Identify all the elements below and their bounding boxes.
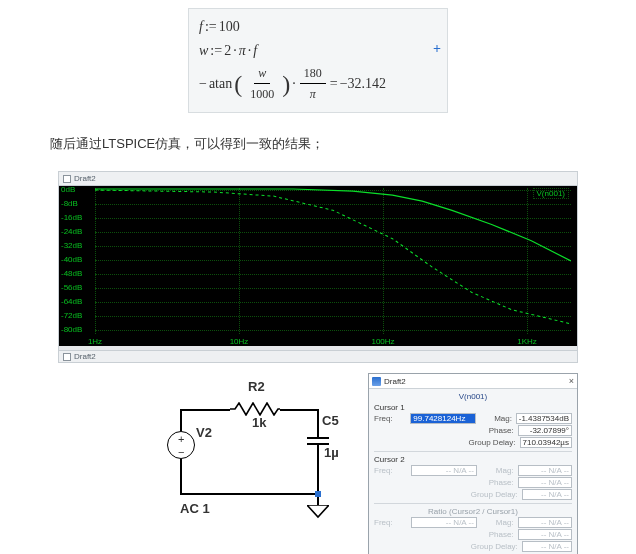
schematic-canvas[interactable]: R2 1k C5 1µ V2 <box>140 373 350 543</box>
capacitor-name: C5 <box>322 413 339 428</box>
ratio-mag-field: -- N/A -- <box>518 517 572 528</box>
schematic-window-title: Draft2 <box>74 352 96 361</box>
cursor-window: Draft2 × V(n001) Cursor 1 Freq: 99.74281… <box>368 373 578 554</box>
cursor1-phase-field[interactable]: -32.07899° <box>518 425 572 436</box>
cursor-label-phase: Phase: <box>477 426 518 435</box>
cursor-label-mag: Mag: <box>476 414 516 423</box>
schematic-window-icon <box>63 353 71 361</box>
capacitor-value: 1µ <box>324 445 339 460</box>
cursor-window-title: Draft2 <box>384 377 566 386</box>
math-line-1: f := 100 <box>199 15 437 39</box>
vsource-plus: + <box>178 434 184 444</box>
ac-directive: AC 1 <box>180 501 210 516</box>
cursor1-header: Cursor 1 <box>374 403 572 412</box>
math-cursor-marker: + <box>433 37 441 61</box>
plot-window-icon <box>63 175 71 183</box>
resistor-symbol <box>230 402 280 416</box>
cursor1-gdelay-field[interactable]: 710.03942µs <box>520 437 572 448</box>
cursor1-freq-field[interactable]: 99.7428124Hz <box>410 413 475 424</box>
cursor-window-icon <box>372 377 381 386</box>
cursor-net-name: V(n001) <box>374 392 572 401</box>
plot-traces <box>95 188 571 334</box>
bode-plot-window: Draft2 V(n001) 0dB -8dB -16dB -24dB -32d… <box>58 171 578 351</box>
cursor2-header: Cursor 2 <box>374 455 572 464</box>
resistor-name: R2 <box>248 379 265 394</box>
vsource-name: V2 <box>196 425 212 440</box>
body-paragraph: 随后通过LTSPICE仿真，可以得到一致的结果； <box>50 135 586 153</box>
ground-symbol <box>307 505 329 519</box>
cursor-titlebar[interactable]: Draft2 × <box>369 374 577 389</box>
cursor-label-gdelay: Group Delay: <box>467 438 520 447</box>
resistor-value: 1k <box>252 415 266 430</box>
cursor-label-freq: Freq: <box>374 414 410 423</box>
math-line-3: − atan ( w 1000 ) · 180 π = −32.142 <box>199 63 437 105</box>
math-block: + f := 100 w := 2· π· f − atan ( w 1000 … <box>188 8 448 113</box>
plot-titlebar[interactable]: Draft2 <box>59 172 577 186</box>
cursor2-freq-field[interactable]: -- N/A -- <box>411 465 477 476</box>
plot-x-tick: 1KHz <box>517 337 537 346</box>
schematic-window-titlebar[interactable]: Draft2 <box>58 351 578 363</box>
close-icon[interactable]: × <box>569 376 574 386</box>
plot-x-tick: 100Hz <box>371 337 394 346</box>
cursor1-mag-field[interactable]: -1.4387534dB <box>516 413 572 424</box>
ratio-gdelay-field: -- N/A -- <box>522 541 572 552</box>
svg-marker-0 <box>307 505 329 517</box>
cursor-ratio-header: Ratio (Cursor2 / Cursor1) <box>374 507 572 516</box>
ratio-freq-field: -- N/A -- <box>411 517 477 528</box>
plot-x-tick: 1Hz <box>88 337 102 346</box>
vsource-minus: − <box>178 447 184 457</box>
plot-y-axis: 0dB -8dB -16dB -24dB -32dB -40dB -48dB -… <box>59 186 95 346</box>
plot-canvas[interactable]: V(n001) 0dB -8dB -16dB -24dB -32dB -40dB… <box>59 186 577 346</box>
cursor2-mag-field[interactable]: -- N/A -- <box>518 465 572 476</box>
cursor2-gdelay-field[interactable]: -- N/A -- <box>522 489 572 500</box>
ratio-phase-field: -- N/A -- <box>518 529 572 540</box>
math-line-2: w := 2· π· f <box>199 39 437 63</box>
node-marker <box>315 491 321 497</box>
cursor2-phase-field[interactable]: -- N/A -- <box>518 477 572 488</box>
plot-x-tick: 10Hz <box>230 337 249 346</box>
plot-window-title: Draft2 <box>74 174 96 183</box>
